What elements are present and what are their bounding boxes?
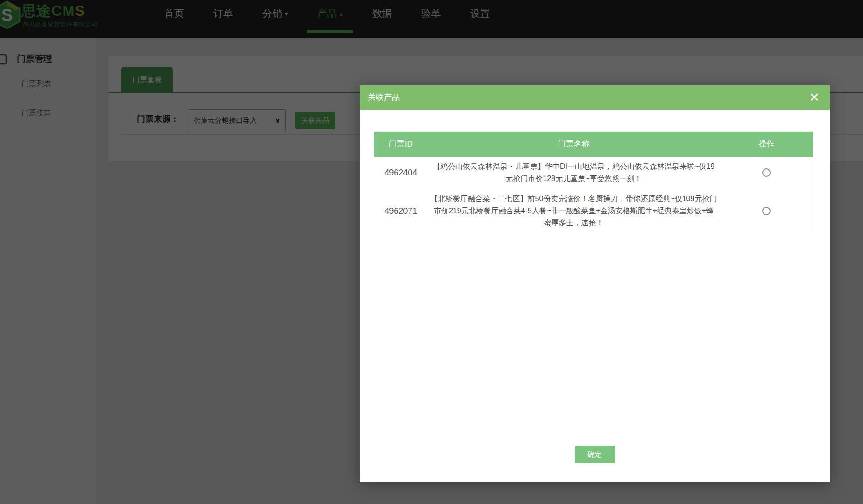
ticket-name-cell: 【鸡公山依云森林温泉・儿童票】华中DI一山地温泉，鸡公山依云森林温泉来啦~仅19…	[428, 157, 720, 189]
table-row: 4962071 【北桥餐厅融合菜・二七区】前50份卖完涨价！名厨操刀，带你还原经…	[374, 189, 813, 233]
related-products-table: 门票ID 门票名称 操作 4962404 【鸡公山依云森林温泉・儿童票】华中DI…	[374, 131, 813, 233]
select-radio[interactable]	[762, 168, 771, 177]
ticket-id-cell: 4962404	[374, 157, 428, 189]
close-icon[interactable]: ✕	[809, 89, 820, 106]
action-cell	[720, 189, 813, 233]
modal-title: 关联产品	[368, 85, 400, 110]
ticket-id-cell: 4962071	[374, 189, 428, 233]
select-radio[interactable]	[762, 207, 771, 215]
related-products-modal: 关联产品 ✕ 门票ID 门票名称 操作 4962404 【鸡公山依云森林温泉・儿…	[360, 85, 830, 482]
column-header-ticket-id: 门票ID	[374, 132, 428, 157]
modal-footer: 确定	[360, 446, 830, 463]
action-cell	[720, 157, 813, 189]
table-row: 4962404 【鸡公山依云森林温泉・儿童票】华中DI一山地温泉，鸡公山依云森林…	[374, 157, 813, 189]
confirm-button[interactable]: 确定	[575, 446, 615, 463]
column-header-action: 操作	[720, 132, 813, 157]
modal-header: 关联产品 ✕	[360, 85, 830, 110]
column-header-ticket-name: 门票名称	[428, 132, 720, 157]
ticket-name-cell: 【北桥餐厅融合菜・二七区】前50份卖完涨价！名厨操刀，带你还原经典~仅109元抢…	[428, 189, 720, 233]
